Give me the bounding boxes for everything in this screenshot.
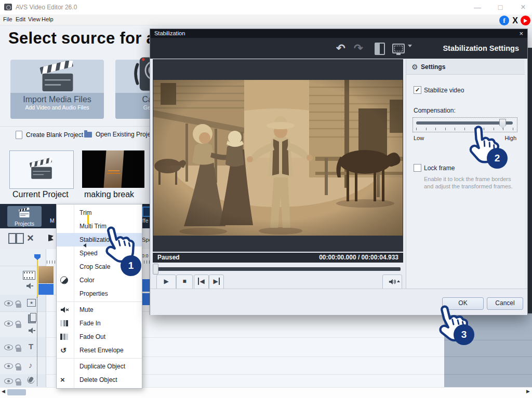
menu-item-properties[interactable]: Properties (57, 287, 142, 300)
seek-thumb[interactable] (153, 264, 158, 275)
step-badge-1: 1 (121, 255, 141, 276)
menu-view[interactable]: View (28, 16, 41, 22)
lock-toggle-icon[interactable] (16, 348, 21, 352)
eye-toggle-icon[interactable] (4, 378, 13, 384)
menu-item-mute[interactable]: Mute (57, 303, 142, 317)
video-frame-image (153, 80, 403, 236)
menu-item-label: Fade Out (79, 333, 105, 340)
undo-icon[interactable]: ↶ (336, 42, 345, 54)
lock-frame-help-line1: Enable it to lock the frame borders (424, 176, 511, 182)
menu-item-trim[interactable]: Trim (57, 206, 142, 219)
ruler-ticks (47, 260, 56, 264)
stabilization-dialog: Stabilization × ↶ ↷ Stabilization Settin… (150, 29, 528, 315)
stabilize-video-checkbox[interactable]: ✓ (414, 86, 421, 94)
split-scene-icon-right[interactable] (16, 233, 24, 244)
eye-toggle-icon[interactable] (4, 321, 13, 326)
cancel-button[interactable]: Cancel (487, 297, 523, 310)
playhead-line[interactable] (37, 255, 38, 297)
recent-project-label: making break (84, 190, 134, 199)
page-title: Select source for a n (8, 29, 170, 48)
app-title: AVS Video Editor 26.0 (16, 4, 77, 11)
lock-frame-checkbox[interactable] (414, 164, 421, 172)
step-badge-2: 2 (487, 148, 508, 169)
scroll-left-icon[interactable]: ◀ (2, 389, 5, 394)
eye-toggle-icon[interactable] (4, 300, 13, 306)
youtube-icon[interactable] (521, 16, 530, 25)
menu-help[interactable]: Help (42, 16, 54, 22)
lock-toggle-icon[interactable] (16, 324, 21, 328)
open-existing-project[interactable]: Open Existing Project (84, 131, 155, 138)
menu-item-fade-out[interactable]: Fade Out (57, 330, 142, 344)
minimize-button[interactable]: — (470, 3, 485, 12)
previous-frame-button[interactable]: ◀ (194, 275, 209, 290)
split-scene-icon[interactable] (8, 233, 16, 244)
current-project-card[interactable] (9, 150, 74, 189)
import-card-subtitle: Add Video and Audio Files (10, 104, 104, 111)
stop-button[interactable]: ■ (176, 275, 193, 290)
lock-toggle-icon[interactable] (16, 366, 21, 370)
menu-item-duplicate-object[interactable]: Duplicate Object (57, 360, 142, 373)
thumbnail-image (103, 150, 124, 188)
redo-icon[interactable]: ↷ (354, 42, 363, 54)
clapperboard-icon (37, 61, 78, 93)
video-track-icon (23, 271, 35, 280)
menu-separator (57, 301, 142, 302)
prev-glyph: ◀ (198, 278, 204, 285)
menu-edit[interactable]: Edit (16, 16, 25, 22)
horizontal-scrollbar[interactable] (0, 387, 532, 398)
import-media-card[interactable]: Import Media Files Add Video and Audio F… (10, 60, 104, 119)
maximize-button[interactable]: □ (493, 3, 508, 12)
step-badge-3: 3 (454, 324, 474, 345)
timeline-clip-thumbnail[interactable] (38, 266, 54, 283)
menu-item-delete-object[interactable]: × Delete Object (57, 373, 142, 387)
menu-item-label: Speed (79, 250, 98, 257)
volume-button[interactable] (382, 275, 402, 290)
fade-out-icon (60, 334, 68, 340)
reset-icon: ↺ (60, 347, 66, 354)
chevron-down-icon[interactable] (408, 45, 412, 47)
gear-icon: ⚙ (411, 63, 418, 71)
menu-item-label: Duplicate Object (79, 363, 125, 370)
dialog-close-icon[interactable]: × (519, 30, 523, 37)
next-frame-button[interactable]: ▶ (209, 275, 224, 290)
tab-effects-partial[interactable]: ffe (142, 217, 148, 224)
divider (0, 126, 150, 127)
eye-toggle-icon[interactable] (4, 363, 13, 369)
lock-toggle-icon[interactable] (16, 304, 21, 308)
seek-bar[interactable] (153, 264, 403, 273)
play-button[interactable]: ▶ (156, 275, 176, 290)
lock-toggle-icon[interactable] (16, 381, 21, 386)
shade-line (444, 356, 532, 357)
split-preview-icon[interactable] (375, 43, 385, 55)
scrollbar-thumb[interactable] (7, 389, 26, 395)
stabilize-video-label: Stabilize video (424, 87, 464, 94)
menu-file[interactable]: File (3, 16, 12, 22)
x-twitter-icon[interactable]: X (510, 16, 520, 25)
menu-item-label: Color (79, 277, 95, 284)
delete-icon[interactable]: × (27, 231, 34, 245)
eye-toggle-icon[interactable] (4, 345, 13, 350)
thumbnail-detail (108, 170, 119, 171)
timeline-clip-sliver[interactable] (142, 293, 150, 305)
seek-track[interactable] (156, 267, 401, 271)
close-button[interactable]: × (515, 3, 531, 12)
import-card-title: Import Media Files (10, 95, 104, 104)
timeline-clip-sliver[interactable] (142, 279, 150, 292)
voice-track-header (0, 374, 46, 388)
tab-projects[interactable]: Projects (7, 206, 42, 227)
facebook-icon[interactable]: f (499, 16, 509, 25)
menu-item-fade-in[interactable]: Fade In (57, 317, 142, 330)
menu-item-reset-envelope[interactable]: ↺ Reset Envelope (57, 344, 142, 357)
timeline-clip-audio[interactable] (38, 284, 54, 295)
overlay-track-icon (28, 314, 36, 323)
create-blank-project[interactable]: Create Blank Project (16, 131, 83, 139)
recent-project-thumbnail[interactable] (82, 150, 144, 188)
scroll-right-icon[interactable]: ▶ (526, 389, 530, 394)
monitor-preview-icon[interactable] (392, 44, 405, 53)
time-separator: / (358, 254, 360, 261)
import-card-band: Import Media Files Add Video and Audio F… (10, 93, 104, 119)
dialog-title: Stabilization (154, 30, 185, 36)
next-glyph: ▶ (213, 278, 219, 285)
tab-media-partial[interactable]: M (50, 217, 55, 224)
mute-icon (60, 306, 69, 313)
